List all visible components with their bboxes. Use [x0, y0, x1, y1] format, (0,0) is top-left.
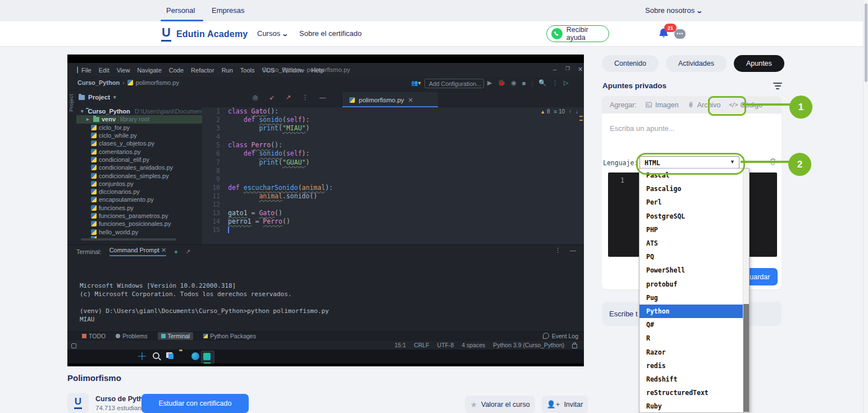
chevron-down-icon: ⌄: [281, 30, 289, 38]
stop-icon: ■: [522, 80, 526, 87]
python-file-icon: [91, 229, 97, 235]
terminal-line: MIAU: [80, 315, 574, 324]
edutin-u-icon: U: [161, 26, 171, 42]
pycharm-icon: [203, 353, 211, 360]
python-file-icon: [91, 189, 97, 194]
python-file-icon: [91, 213, 97, 219]
dropdown-option[interactable]: PHP: [639, 223, 749, 237]
python-file-icon: [127, 80, 133, 85]
python-icon: [203, 334, 208, 338]
project-tree: ▾ Curso_Python D:\Users\gianl\Documents\…: [76, 107, 203, 244]
encoding: UTF-8: [437, 342, 454, 348]
code-lines: 1class Gato():2 def sonido(self):3 print…: [202, 107, 584, 234]
estudiar-con-certificado-button[interactable]: Estudiar con certificado: [141, 394, 249, 413]
project-file-row: ciclo_for.py: [76, 124, 202, 131]
collapse-icon: ↙: [269, 94, 275, 101]
event-log-icon: [543, 333, 549, 339]
toolwindow-terminal: Terminal: [158, 332, 194, 340]
tool-window-bar: TODO Problems Terminal Python Packages: [67, 332, 584, 340]
tab-personal[interactable]: Personal: [166, 6, 195, 15]
python-file-icon: [91, 181, 97, 187]
task-view-icon: [166, 352, 174, 360]
next-issue-icon: ↓: [575, 108, 578, 115]
recibir-ayuda-label: Recibir ayuda: [567, 26, 609, 42]
nav-cursos[interactable]: Cursos ⌄: [257, 29, 287, 38]
restore-icon: ❐: [565, 66, 570, 71]
terminal-line: Microsoft Windows [Versión 10.0.22000.31…: [80, 282, 574, 290]
note-input[interactable]: Escriba un apunte...: [610, 124, 675, 133]
video-player[interactable]: FileEditViewNavigateCodeRefactorRunTools…: [67, 55, 584, 366]
interpreter: Python 3.9 (Curso_Python): [493, 342, 564, 348]
dropdown-option[interactable]: Pug: [639, 291, 749, 305]
dropdown-option[interactable]: Razor: [639, 345, 749, 358]
project-file-row: comentarios.py: [76, 147, 202, 155]
dropdown-option[interactable]: protobuf: [639, 278, 749, 291]
page-scrollbar-thumb[interactable]: [865, 3, 867, 82]
dropdown-option[interactable]: ATS: [639, 237, 749, 250]
recibir-ayuda-button[interactable]: Recibir ayuda: [546, 25, 609, 42]
agregar-label: Agregar:: [610, 101, 637, 109]
dropdown-option[interactable]: PQ: [639, 250, 749, 264]
language-label: Lenguaje:: [603, 159, 638, 167]
code-with-me-icon: 👥▾: [411, 80, 421, 86]
dropdown-scrollbar-thumb[interactable]: [743, 304, 749, 412]
project-file-row: encapsulamiento.py: [76, 196, 202, 203]
dropdown-option[interactable]: R: [639, 332, 749, 345]
python-file-icon: [91, 197, 97, 202]
python-file-icon: [91, 157, 97, 162]
chat-icon[interactable]: •••: [674, 29, 686, 39]
project-file-list: ciclo_for.py ciclo_while.py clases_y_obj…: [76, 124, 202, 236]
caret-position: 15:1: [395, 342, 406, 348]
valorar-el-curso-button[interactable]: ★ Valorar el curso: [465, 396, 535, 413]
dropdown-option[interactable]: Pascaligo: [639, 182, 749, 196]
folder-icon: [93, 117, 99, 122]
brand-logo[interactable]: U Edutin Academy: [161, 26, 248, 42]
annotation-line-2: [741, 161, 789, 163]
dropdown-option[interactable]: PowerShell: [639, 264, 749, 277]
lesson-title: Polimorfismo: [67, 373, 121, 383]
project-file-row: condicionales_simples.py: [76, 171, 202, 179]
dropdown-option[interactable]: redis: [639, 359, 749, 373]
tab-apuntes[interactable]: Apuntes: [734, 55, 784, 72]
ide-tab-strip: Project ▾ ◎ ↙ ↗ ⋮ — polimorfismo.py ✕: [67, 90, 584, 108]
debug-icon: 🐞: [497, 79, 505, 87]
close-icon: ✕: [578, 66, 583, 73]
python-file-icon: [91, 140, 97, 146]
menu-sobre-nosotros[interactable]: Sobre nosotros ⌄: [645, 6, 702, 15]
dropdown-option[interactable]: Redshift: [639, 373, 749, 386]
editor-tab: polimorfismo.py ✕: [342, 92, 438, 107]
event-log: Event Log: [543, 332, 578, 340]
run-icon: ▶: [487, 79, 492, 87]
dropdown-option[interactable]: reStructuredText: [639, 386, 749, 400]
problems-icon: [116, 334, 120, 338]
taskbar-search-icon: [153, 352, 161, 360]
filter-icon[interactable]: [773, 83, 783, 90]
dropdown-option[interactable]: Ruby: [639, 400, 749, 413]
add-image-button[interactable]: Imagen: [645, 101, 679, 109]
toolwindow-problems: Problems: [116, 333, 147, 339]
top-bar: Personal Empresas Sobre nosotros ⌄: [0, 0, 868, 22]
dropdown-option[interactable]: Python: [639, 305, 749, 318]
page: Personal Empresas Sobre nosotros ⌄ U Edu…: [0, 0, 868, 413]
main-header: U Edutin Academy Cursos ⌄ Sobre el certi…: [0, 21, 868, 47]
tab-empresas[interactable]: Empresas: [212, 6, 245, 15]
dropdown-option[interactable]: Q#: [639, 318, 749, 332]
python-file-icon: [91, 173, 97, 179]
page-scrollbar[interactable]: [863, 0, 868, 413]
invitar-button[interactable]: 👤+ Invitar: [542, 396, 588, 413]
search-icon: 🔍: [538, 79, 546, 87]
project-file-row: hello_world.py: [76, 228, 202, 235]
project-file-row: funciones_parametros.py: [76, 212, 202, 220]
python-file-icon: [91, 125, 97, 130]
ide-window-title: Curso_Python - polimorfismo.py: [262, 66, 350, 73]
dropdown-option[interactable]: PostgreSQL: [639, 210, 749, 223]
whatsapp-icon: [551, 28, 563, 39]
nav-sobre-certificado[interactable]: Sobre el certificado: [299, 29, 362, 38]
settings-icon: ◎: [253, 94, 258, 101]
project-file-row: condicionales_anidados.py: [76, 164, 202, 171]
tab-contenido[interactable]: Contenido: [602, 55, 659, 72]
ide-breadcrumb: Curso_Python › polimorfismo.py: [77, 79, 179, 86]
dropdown-option[interactable]: Perl: [639, 196, 749, 209]
file-explorer-icon: [179, 351, 187, 358]
tab-actividades[interactable]: Actividades: [666, 55, 727, 72]
